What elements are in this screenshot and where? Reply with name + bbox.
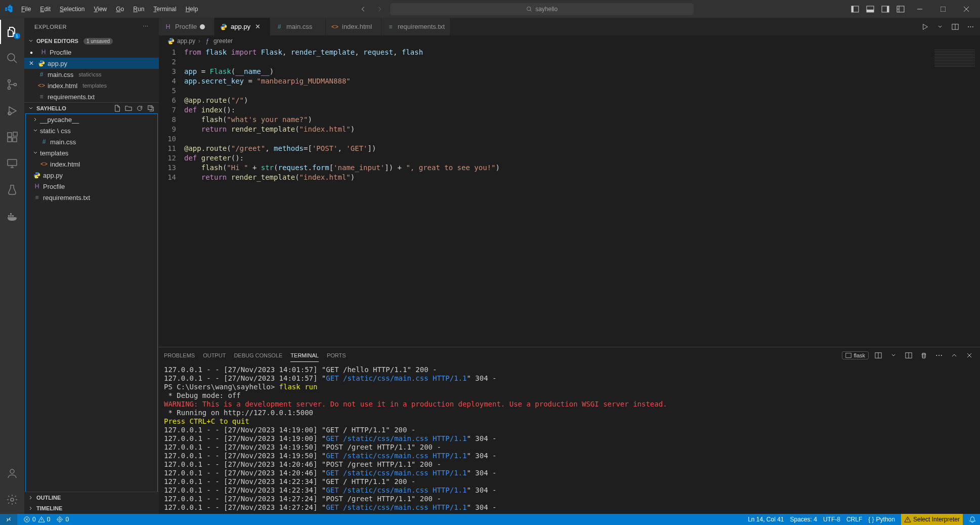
editor-tab[interactable]: HProcfile (159, 18, 215, 35)
open-editor-item[interactable]: ≡requirements.txt (24, 91, 159, 102)
terminal-selector[interactable]: flask (842, 351, 869, 359)
collapse-all-icon[interactable] (146, 103, 156, 113)
nav-forward-button[interactable] (374, 4, 385, 15)
file-item[interactable]: ≡requirements.txt (26, 192, 157, 203)
close-panel-icon[interactable] (964, 350, 975, 361)
encoding-status[interactable]: UTF-8 (823, 516, 840, 523)
editor-tab[interactable]: ≡requirements.txt (381, 18, 450, 35)
minimize-button[interactable] (910, 2, 929, 17)
menu-item-terminal[interactable]: Terminal (149, 3, 180, 16)
file-desc: templates (82, 83, 107, 89)
item-label: __pycache__ (40, 116, 79, 124)
tab-label: app.py (231, 23, 250, 30)
folder-item[interactable]: static \ css (26, 125, 157, 136)
file-item[interactable]: app.py (26, 170, 157, 181)
editor-tab[interactable]: #main.css (270, 18, 326, 35)
new-file-icon[interactable] (112, 103, 122, 113)
file-item[interactable]: #main.css (26, 136, 157, 147)
breadcrumb-item[interactable]: ƒgreeter (203, 37, 233, 45)
menu-item-selection[interactable]: Selection (56, 3, 89, 16)
interpreter-warning[interactable]: Select Interpreter (901, 514, 963, 525)
close-button[interactable] (957, 2, 976, 17)
titlebar: FileEditSelectionViewGoRunTerminalHelp s… (0, 0, 980, 18)
editor-more-icon[interactable]: ⋯ (965, 21, 976, 32)
testing-activity-icon[interactable] (0, 178, 24, 202)
file-item[interactable]: HProcfile (26, 181, 157, 192)
toggle-panel-icon[interactable] (865, 4, 876, 15)
indent-status[interactable]: Spaces: 4 (790, 516, 817, 523)
debug-activity-icon[interactable] (0, 99, 24, 123)
menu-item-help[interactable]: Help (182, 3, 202, 16)
language-status[interactable]: { } Python (868, 516, 895, 523)
toggle-secondary-sidebar-icon[interactable] (880, 4, 891, 15)
item-label: index.html (50, 160, 80, 168)
kill-terminal-icon[interactable] (918, 350, 929, 361)
remote-indicator[interactable] (0, 514, 17, 525)
panel-tab-ports[interactable]: PORTS (327, 349, 346, 362)
search-activity-icon[interactable] (0, 46, 24, 70)
open-editor-item[interactable]: ✕app.py (24, 58, 159, 69)
editor-tab[interactable]: app.py✕ (215, 18, 270, 35)
ports-status[interactable]: 0 (56, 516, 69, 523)
panel-tab-debug-console[interactable]: DEBUG CONSOLE (234, 349, 282, 362)
terminal-output[interactable]: 127.0.0.1 - - [27/Nov/2023 14:01:57] "GE… (159, 364, 980, 514)
file-item[interactable]: <>index.html (26, 158, 157, 170)
run-button[interactable] (919, 21, 930, 32)
breadcrumb-item[interactable]: app.py (167, 37, 195, 45)
menu-item-go[interactable]: Go (112, 3, 128, 16)
outline-section[interactable]: OUTLINE (24, 492, 159, 503)
new-folder-icon[interactable] (123, 103, 134, 113)
command-center-search[interactable]: sayhello (390, 3, 694, 15)
problems-status[interactable]: 0 0 (23, 516, 50, 523)
new-terminal-dropdown-icon[interactable] (888, 350, 899, 361)
split-terminal-icon[interactable] (873, 350, 884, 361)
open-editor-item[interactable]: #main.cssstatic\css (24, 69, 159, 80)
explorer-more-icon[interactable]: ⋯ (141, 22, 151, 32)
svg-point-39 (59, 518, 61, 520)
panel-tab-output[interactable]: OUTPUT (203, 349, 226, 362)
timeline-section[interactable]: TIMELINE (24, 503, 159, 514)
docker-activity-icon[interactable] (0, 204, 24, 228)
panel-tab-problems[interactable]: PROBLEMS (164, 349, 195, 362)
sidebar-title: EXPLORER (34, 24, 67, 30)
customize-layout-icon[interactable] (895, 4, 906, 15)
svg-rect-18 (8, 159, 17, 166)
svg-rect-21 (12, 215, 14, 217)
breadcrumbs[interactable]: app.py›ƒgreeter (159, 35, 980, 47)
nav-back-button[interactable] (358, 4, 369, 15)
panel-more-icon[interactable]: ⋯ (933, 350, 945, 361)
eol-status[interactable]: CRLF (846, 516, 862, 523)
menu-item-edit[interactable]: Edit (36, 3, 55, 16)
run-dropdown-icon[interactable] (934, 21, 946, 32)
open-editor-item[interactable]: <>index.htmltemplates (24, 80, 159, 91)
explorer-activity-icon[interactable]: 1 (0, 20, 24, 44)
cursor-position[interactable]: Ln 14, Col 41 (748, 516, 784, 523)
extensions-activity-icon[interactable] (0, 125, 24, 149)
open-editor-item[interactable]: ●HProcfile (24, 47, 159, 58)
toggle-primary-sidebar-icon[interactable] (849, 4, 861, 15)
panel-tab-terminal[interactable]: TERMINAL (290, 349, 319, 362)
split-editor-icon[interactable] (950, 21, 961, 32)
settings-activity-icon[interactable] (0, 488, 24, 512)
refresh-icon[interactable] (135, 103, 145, 113)
code-editor[interactable]: from flask import Flask, render_template… (184, 47, 929, 347)
minimap[interactable] (929, 47, 980, 347)
split-terminal-icon-2[interactable] (903, 350, 914, 361)
svg-point-11 (8, 87, 11, 90)
editor-tab[interactable]: <>index.html (326, 18, 381, 35)
menu-item-run[interactable]: Run (129, 3, 148, 16)
folder-item[interactable]: templates (26, 147, 157, 158)
accounts-activity-icon[interactable] (0, 461, 24, 486)
menu-item-view[interactable]: View (90, 3, 111, 16)
notifications-icon[interactable] (969, 516, 976, 523)
open-editors-section[interactable]: OPEN EDITORS 1 unsaved (24, 35, 159, 47)
menu-item-file[interactable]: File (17, 3, 35, 16)
workspace-root-section[interactable]: SAYHELLO (24, 102, 159, 113)
scm-activity-icon[interactable] (0, 72, 24, 97)
close-icon[interactable]: ✕ (253, 23, 262, 31)
remote-explorer-activity-icon[interactable] (0, 151, 24, 176)
maximize-button[interactable] (933, 2, 953, 17)
close-icon[interactable]: ✕ (27, 60, 35, 67)
maximize-panel-icon[interactable] (949, 350, 960, 361)
folder-item[interactable]: __pycache__ (26, 114, 157, 125)
